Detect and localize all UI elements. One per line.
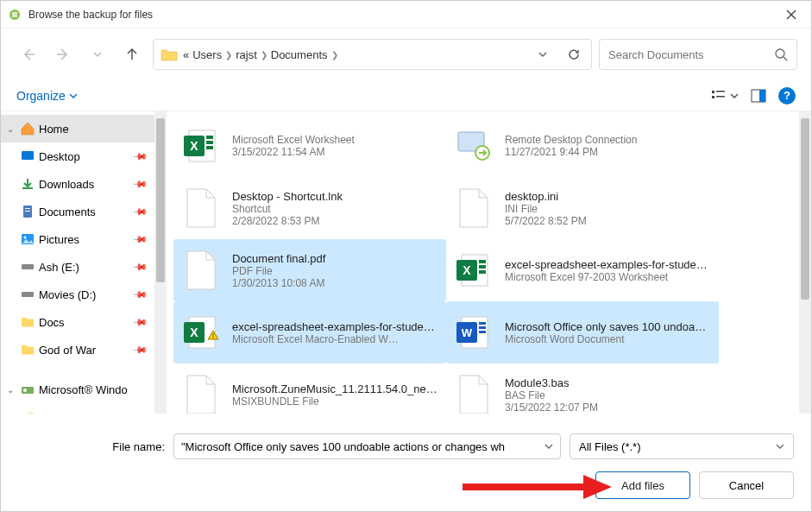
file-type: BAS File xyxy=(505,389,712,401)
title-bar: Browse the backup for files xyxy=(1,1,811,28)
close-button[interactable] xyxy=(771,1,811,28)
sidebar-item-documents[interactable]: Documents 📌 xyxy=(1,198,154,225)
file-type: PDF File xyxy=(232,265,439,277)
file-name: Desktop - Shortcut.lnk xyxy=(232,190,439,203)
scrollbar-thumb[interactable] xyxy=(156,118,165,282)
file-item[interactable]: WMicrosoft Office only saves 100 undoabl… xyxy=(446,301,719,363)
file-icon xyxy=(453,187,494,229)
file-item[interactable]: X!excel-spreadsheet-examples-for-student… xyxy=(173,301,446,363)
back-button[interactable] xyxy=(15,41,42,68)
file-item[interactable]: Desktop - Shortcut.lnkShortcut2/28/2022 … xyxy=(173,177,446,239)
chevron-down-icon[interactable]: ⌄ xyxy=(4,385,16,395)
svg-point-2 xyxy=(776,49,784,58)
svg-rect-42 xyxy=(479,326,486,329)
sidebar-item-home[interactable]: ⌄ Home xyxy=(1,115,154,142)
forward-button[interactable] xyxy=(49,41,77,68)
svg-rect-4 xyxy=(716,91,725,92)
up-button[interactable] xyxy=(118,41,146,68)
chevron-down-icon xyxy=(538,49,548,60)
file-info: desktop.iniINI File5/7/2022 8:52 PM xyxy=(505,190,712,227)
search-input[interactable] xyxy=(608,48,767,61)
file-info: excel-spreadsheet-examples-for-students … xyxy=(505,258,712,283)
filename-input[interactable]: "Microsoft Office only saves 100 undoabl… xyxy=(173,433,561,459)
sidebar-item-docs[interactable]: Docs 📌 xyxy=(1,308,154,336)
svg-text:X: X xyxy=(190,139,198,153)
svg-rect-3 xyxy=(712,91,714,93)
folder-icon xyxy=(27,409,42,414)
file-info: Module3.basBAS File3/15/2022 12:07 PM xyxy=(505,376,712,414)
file-icon xyxy=(453,374,494,414)
sidebar-item-label: Downloads xyxy=(39,178,130,191)
file-item[interactable]: Document final.pdfPDF File1/30/2013 10:0… xyxy=(173,239,446,301)
nav-bar: « Users ❯ rajst ❯ Documents ❯ xyxy=(1,28,811,80)
file-item[interactable]: Remote Desktop Connection11/27/2021 9:44… xyxy=(446,115,719,177)
sidebar-item-ash[interactable]: Ash (E:) 📌 xyxy=(1,253,154,281)
sidebar-item-backup[interactable]: Backup on Ash ( xyxy=(1,403,154,414)
file-item[interactable]: Xexcel-spreadsheet-examples-for-students… xyxy=(446,239,719,301)
address-dropdown[interactable] xyxy=(534,46,551,63)
back-icon xyxy=(21,47,36,62)
sidebar-item-pictures[interactable]: Pictures 📌 xyxy=(1,225,154,253)
filename-label: File name: xyxy=(18,440,165,453)
documents-icon xyxy=(20,204,35,219)
file-name: Module3.bas xyxy=(505,376,712,389)
chevron-down-icon xyxy=(92,49,103,60)
chevron-right-icon: ❯ xyxy=(331,50,338,60)
preview-pane-icon xyxy=(751,89,766,103)
drive-icon xyxy=(20,287,35,302)
file-date: 2/28/2022 8:53 PM xyxy=(232,215,439,227)
window-title: Browse the backup for files xyxy=(28,9,771,21)
chevron-down-icon[interactable]: ⌄ xyxy=(4,124,16,134)
forward-icon xyxy=(55,47,71,62)
file-item[interactable]: desktop.iniINI File5/7/2022 8:52 PM xyxy=(446,177,719,239)
svg-text:W: W xyxy=(462,326,473,339)
svg-rect-11 xyxy=(25,208,30,209)
organize-button[interactable]: Organize xyxy=(16,89,78,103)
pin-icon: 📌 xyxy=(131,258,148,275)
filelist-scrollbar[interactable] xyxy=(799,111,811,414)
svg-rect-5 xyxy=(712,96,714,98)
add-files-button[interactable]: Add files xyxy=(595,471,690,499)
chevron-right-icon: ❯ xyxy=(261,50,268,60)
file-info: Microsoft Office only saves 100 undoable… xyxy=(505,320,712,345)
help-button[interactable]: ? xyxy=(778,87,796,104)
sidebar-item-desktop[interactable]: Desktop 📌 xyxy=(1,142,154,170)
breadcrumb-prefix[interactable]: « xyxy=(183,48,189,61)
search-box[interactable] xyxy=(599,39,797,70)
sidebar-item-label: Microsoft® Windo xyxy=(39,383,151,396)
svg-text:!: ! xyxy=(212,332,215,340)
sidebar-item-movies[interactable]: Movies (D:) 📌 xyxy=(1,281,154,308)
sidebar-item-mswindows[interactable]: ⌄ Microsoft® Windo xyxy=(1,376,154,403)
view-mode-button[interactable] xyxy=(711,89,739,103)
sidebar-item-gow[interactable]: God of War 📌 xyxy=(1,336,154,363)
pin-icon: 📌 xyxy=(131,231,148,247)
file-type-filter[interactable]: All Files (*.*) xyxy=(570,433,794,459)
recent-button[interactable] xyxy=(84,41,111,68)
folder-icon xyxy=(20,342,35,357)
svg-point-14 xyxy=(24,237,27,239)
file-item[interactable]: Microsoft.ZuneMusic_11.2111.54.0_neutral… xyxy=(173,363,446,414)
toolbar: Organize ? xyxy=(1,80,811,111)
sidebar-item-downloads[interactable]: Downloads 📌 xyxy=(1,170,154,198)
breadcrumb-item[interactable]: Documents xyxy=(271,48,328,61)
annotation-arrow xyxy=(458,470,614,504)
filename-value: "Microsoft Office only saves 100 undoabl… xyxy=(181,440,505,453)
scrollbar-thumb[interactable] xyxy=(801,118,809,300)
sidebar-scrollbar[interactable] xyxy=(154,111,167,414)
file-type: Microsoft Excel Worksheet xyxy=(232,134,439,146)
refresh-button[interactable] xyxy=(563,44,584,65)
file-item[interactable]: Module3.basBAS File3/15/2022 12:07 PM xyxy=(446,363,719,414)
preview-pane-button[interactable] xyxy=(751,89,766,103)
file-list: XMicrosoft Excel Worksheet3/15/2022 11:5… xyxy=(167,111,799,414)
svg-rect-30 xyxy=(479,260,486,263)
file-icon xyxy=(180,187,222,229)
breadcrumb-item[interactable]: rajst xyxy=(236,48,257,61)
file-item[interactable]: XMicrosoft Excel Worksheet3/15/2022 11:5… xyxy=(173,115,446,177)
sidebar-item-label: Home xyxy=(39,123,151,136)
address-bar[interactable]: « Users ❯ rajst ❯ Documents ❯ xyxy=(153,39,592,70)
file-info: Remote Desktop Connection11/27/2021 9:44… xyxy=(505,134,712,158)
breadcrumb-item[interactable]: Users xyxy=(192,48,222,61)
chevron-down-icon[interactable] xyxy=(544,442,553,451)
chevron-down-icon[interactable] xyxy=(776,442,784,451)
cancel-button[interactable]: Cancel xyxy=(699,471,794,499)
